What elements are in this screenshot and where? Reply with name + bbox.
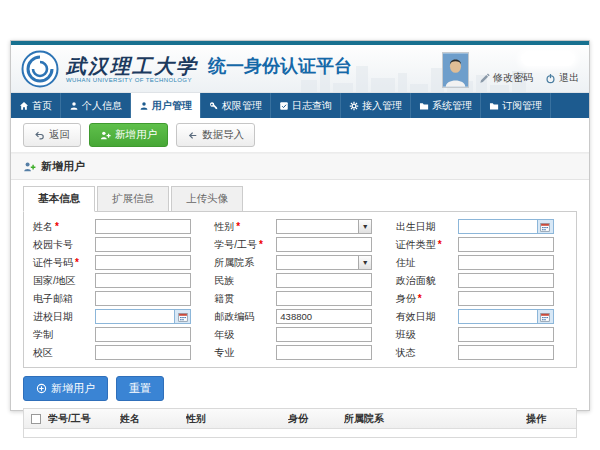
toolbar: 返回 新增用户 数据导入 <box>11 118 589 153</box>
form-field: 校区 <box>28 345 209 360</box>
gear-icon <box>349 101 359 111</box>
field-input[interactable] <box>458 255 554 270</box>
section-header: 新增用户 <box>11 153 589 180</box>
column-header: 姓名 <box>120 412 186 426</box>
power-icon <box>545 73 556 84</box>
calendar-button[interactable] <box>174 309 191 324</box>
nav-item[interactable]: 系统管理 <box>411 93 481 118</box>
tab-label: 扩展信息 <box>112 192 154 204</box>
field-input[interactable] <box>95 219 191 234</box>
field-input[interactable] <box>95 255 191 270</box>
nav-item-label: 首页 <box>32 99 52 113</box>
form-field: 证件号码* <box>28 255 209 270</box>
field-input[interactable] <box>276 345 372 360</box>
nav-item[interactable]: 权限管理 <box>201 93 271 118</box>
calendar-button[interactable] <box>537 219 554 234</box>
column-header: 操作 <box>526 412 576 426</box>
tab[interactable]: 基本信息 <box>23 186 95 212</box>
tab[interactable]: 上传头像 <box>171 186 243 212</box>
form-field: 进校日期 <box>28 309 209 324</box>
chevron-down-icon[interactable]: ▼ <box>358 220 371 233</box>
field-label: 学号/工号 <box>214 239 257 250</box>
chevron-down-icon[interactable]: ▼ <box>358 256 371 269</box>
field-input[interactable] <box>458 345 554 360</box>
plus-circle-icon <box>36 383 47 394</box>
app-window: 武汉理工大学 WUHAN UNIVERSITY OF TECHNOLOGY 统一… <box>10 40 590 411</box>
university-name-en: WUHAN UNIVERSITY OF TECHNOLOGY <box>66 77 198 83</box>
nav-item[interactable]: 个人信息 <box>61 93 131 118</box>
log-icon <box>279 101 289 111</box>
field-input[interactable] <box>458 237 554 252</box>
form-field: 证件类型* <box>391 237 572 252</box>
field-label: 姓名 <box>33 221 53 232</box>
field-label: 证件类型 <box>396 239 436 250</box>
logout-link[interactable]: 退出 <box>545 71 579 85</box>
form-field: 年级 <box>209 327 390 342</box>
nav-item-label: 权限管理 <box>222 99 262 113</box>
field-label: 学制 <box>33 329 53 340</box>
form-field: 班级 <box>391 327 572 342</box>
nav-item[interactable]: 首页 <box>11 93 61 118</box>
field-input[interactable] <box>95 327 191 342</box>
field-label: 邮政编码 <box>214 311 254 322</box>
field-input[interactable] <box>458 291 554 306</box>
field-input[interactable] <box>95 237 191 252</box>
basic-info-form: 姓名* 性别* ▼ <box>23 211 577 368</box>
field-label: 专业 <box>214 347 234 358</box>
field-label: 身份 <box>396 293 416 304</box>
field-label: 校园卡号 <box>33 239 73 250</box>
calendar-button[interactable] <box>537 309 554 324</box>
nav-item[interactable]: 接入管理 <box>341 93 411 118</box>
university-name-cn: 武汉理工大学 <box>66 55 198 77</box>
tab-label: 基本信息 <box>38 192 80 204</box>
field-input[interactable] <box>458 273 554 288</box>
home-icon <box>19 101 29 111</box>
person-icon <box>69 101 79 111</box>
nav-item-label: 订阅管理 <box>502 99 542 113</box>
column-header: 所属院系 <box>344 412 526 426</box>
required-asterisk: * <box>55 221 59 232</box>
calendar-icon <box>540 222 550 232</box>
logout-label: 退出 <box>559 71 579 85</box>
field-input[interactable] <box>276 291 372 306</box>
results-table: 学号/工号 姓名 性别 身份 所属院系 操作 <box>23 408 577 438</box>
nav-item-label: 个人信息 <box>82 99 122 113</box>
return-arrow-icon <box>34 130 45 141</box>
nav-item[interactable]: 日志查询 <box>271 93 341 118</box>
back-label: 返回 <box>49 128 70 142</box>
back-button[interactable]: 返回 <box>23 123 81 147</box>
field-label: 状态 <box>396 347 416 358</box>
reset-button[interactable]: 重置 <box>116 376 164 401</box>
field-input[interactable] <box>276 273 372 288</box>
field-input[interactable] <box>458 327 554 342</box>
form-field: 邮政编码 <box>209 309 390 324</box>
column-header: 身份 <box>288 412 344 426</box>
field-input[interactable] <box>95 345 191 360</box>
select-all-checkbox[interactable] <box>31 414 41 424</box>
add-user-toolbar-button[interactable]: 新增用户 <box>89 123 168 147</box>
field-input[interactable] <box>276 237 372 252</box>
column-header: 学号/工号 <box>48 412 120 426</box>
nav-item[interactable]: 订阅管理 <box>481 93 551 118</box>
tab[interactable]: 扩展信息 <box>97 186 169 212</box>
field-input[interactable] <box>276 309 372 324</box>
form-field: 校园卡号 <box>28 237 209 252</box>
data-import-button[interactable]: 数据导入 <box>176 123 255 147</box>
data-import-label: 数据导入 <box>202 128 244 142</box>
field-label: 住址 <box>396 257 416 268</box>
field-input[interactable] <box>458 309 537 324</box>
submit-add-user-button[interactable]: 新增用户 <box>23 376 108 401</box>
nav-item[interactable]: 用户管理 <box>131 93 201 118</box>
form-field: 籍贯 <box>209 291 390 306</box>
field-input[interactable] <box>95 291 191 306</box>
change-password-link[interactable]: 修改密码 <box>479 71 533 85</box>
field-input[interactable] <box>276 327 372 342</box>
nav-item-label: 系统管理 <box>432 99 472 113</box>
form-field: 住址 <box>391 255 572 270</box>
submit-add-user-label: 新增用户 <box>51 381 95 396</box>
required-asterisk: * <box>75 257 79 268</box>
field-input[interactable] <box>458 219 537 234</box>
field-label: 年级 <box>214 329 234 340</box>
field-input[interactable] <box>95 273 191 288</box>
field-input[interactable] <box>95 309 174 324</box>
